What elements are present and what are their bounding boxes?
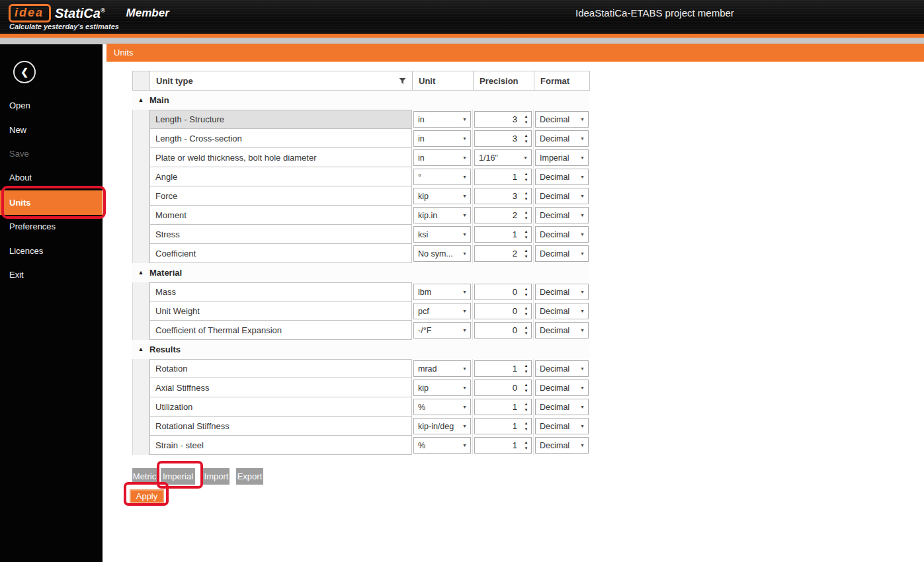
unit-type-cell[interactable]: Rotation — [149, 359, 412, 378]
format-dropdown[interactable]: Decimal▼ — [535, 322, 589, 339]
spinner-up-icon[interactable]: ▲ — [525, 325, 528, 329]
format-dropdown[interactable]: Decimal▼ — [535, 360, 589, 377]
precision-spinner[interactable]: 0▲▼ — [474, 380, 532, 396]
spinner-up-icon[interactable]: ▲ — [525, 249, 528, 253]
unit-dropdown[interactable]: kip▼ — [413, 188, 471, 204]
unit-dropdown[interactable]: °▼ — [413, 169, 471, 185]
spinner-up-icon[interactable]: ▲ — [525, 306, 528, 310]
spinner-down-icon[interactable]: ▼ — [525, 216, 528, 220]
precision-dropdown[interactable]: 1/16"▼ — [474, 149, 532, 166]
unit-dropdown[interactable]: ksi▼ — [413, 226, 471, 243]
unit-dropdown[interactable]: pcf▼ — [413, 303, 471, 319]
spinner-up-icon[interactable]: ▲ — [525, 402, 528, 406]
format-dropdown[interactable]: Decimal▼ — [535, 380, 589, 396]
apply-button[interactable]: Apply — [130, 489, 164, 503]
collapse-icon[interactable]: ▲ — [132, 263, 149, 282]
precision-spinner[interactable]: 0▲▼ — [474, 322, 532, 339]
spinner-down-icon[interactable]: ▼ — [525, 389, 528, 393]
unit-type-cell[interactable]: Utilization — [149, 397, 412, 417]
spinner-down-icon[interactable]: ▼ — [525, 408, 528, 412]
unit-dropdown[interactable]: kip-in/deg▼ — [413, 418, 471, 434]
collapse-icon[interactable]: ▲ — [132, 91, 149, 110]
format-dropdown[interactable]: Decimal▼ — [535, 130, 589, 147]
sidebar-item-licences[interactable]: Licences — [9, 245, 95, 258]
unit-type-cell[interactable]: Plate or weld thickness, bolt hole diame… — [149, 148, 412, 167]
format-dropdown[interactable]: Decimal▼ — [535, 418, 589, 434]
spinner-up-icon[interactable]: ▲ — [525, 134, 528, 138]
precision-spinner[interactable]: 3▲▼ — [474, 111, 532, 128]
precision-spinner[interactable]: 1▲▼ — [474, 360, 532, 377]
spinner-up-icon[interactable]: ▲ — [525, 287, 528, 291]
unit-type-cell[interactable]: Length - Structure — [149, 110, 412, 129]
format-dropdown[interactable]: Decimal▼ — [535, 169, 589, 185]
precision-spinner[interactable]: 1▲▼ — [474, 399, 532, 415]
spinner-up-icon[interactable]: ▲ — [525, 364, 528, 368]
precision-spinner[interactable]: 0▲▼ — [474, 303, 532, 319]
sidebar-item-exit[interactable]: Exit — [9, 268, 95, 282]
format-dropdown[interactable]: Decimal▼ — [535, 245, 589, 262]
sidebar-item-preferences[interactable]: Preferences — [9, 220, 95, 233]
precision-spinner[interactable]: 2▲▼ — [474, 245, 532, 262]
unit-dropdown[interactable]: kip.in▼ — [413, 207, 471, 223]
spinner-down-icon[interactable]: ▼ — [525, 446, 528, 450]
spinner-down-icon[interactable]: ▼ — [525, 331, 528, 335]
unit-dropdown[interactable]: in▼ — [413, 130, 471, 147]
spinner-up-icon[interactable]: ▲ — [525, 383, 528, 387]
unit-dropdown[interactable]: No sym...▼ — [413, 245, 471, 262]
spinner-down-icon[interactable]: ▼ — [525, 427, 528, 431]
unit-type-cell[interactable]: Force — [149, 186, 412, 206]
spinner-up-icon[interactable]: ▲ — [525, 229, 528, 233]
unit-type-cell[interactable]: Coefficient of Thermal Expansion — [149, 321, 412, 340]
unit-dropdown[interactable]: -/°F▼ — [413, 322, 471, 339]
unit-dropdown[interactable]: kip▼ — [413, 380, 471, 396]
import-button[interactable]: Import — [203, 468, 230, 485]
precision-spinner[interactable]: 1▲▼ — [474, 226, 532, 243]
spinner-down-icon[interactable]: ▼ — [525, 370, 528, 374]
precision-spinner[interactable]: 0▲▼ — [474, 284, 532, 300]
format-dropdown[interactable]: Decimal▼ — [535, 303, 589, 319]
collapse-icon[interactable]: ▲ — [132, 340, 149, 359]
format-dropdown[interactable]: Imperial▼ — [535, 149, 589, 166]
export-button[interactable]: Export — [236, 468, 263, 485]
unit-type-cell[interactable]: Angle — [149, 167, 412, 186]
sidebar-item-about[interactable]: About — [9, 171, 95, 184]
spinner-up-icon[interactable]: ▲ — [525, 114, 528, 118]
spinner-up-icon[interactable]: ▲ — [525, 191, 528, 195]
spinner-up-icon[interactable]: ▲ — [525, 440, 528, 444]
metric-button[interactable]: Metric — [132, 468, 157, 485]
spinner-down-icon[interactable]: ▼ — [525, 235, 528, 239]
imperial-button[interactable]: Imperial — [161, 468, 195, 485]
precision-spinner[interactable]: 1▲▼ — [474, 169, 532, 185]
unit-dropdown[interactable]: in▼ — [413, 149, 471, 166]
precision-spinner[interactable]: 1▲▼ — [474, 437, 532, 454]
format-dropdown[interactable]: Decimal▼ — [535, 207, 589, 223]
spinner-down-icon[interactable]: ▼ — [525, 178, 528, 182]
spinner-up-icon[interactable]: ▲ — [525, 210, 528, 214]
precision-spinner[interactable]: 3▲▼ — [474, 130, 532, 147]
spinner-down-icon[interactable]: ▼ — [525, 312, 528, 316]
format-dropdown[interactable]: Decimal▼ — [535, 226, 589, 243]
format-dropdown[interactable]: Decimal▼ — [535, 111, 589, 128]
unit-type-cell[interactable]: Length - Cross-section — [149, 129, 412, 148]
spinner-down-icon[interactable]: ▼ — [525, 120, 528, 124]
unit-type-cell[interactable]: Stress — [149, 225, 412, 244]
precision-spinner[interactable]: 3▲▼ — [474, 188, 532, 204]
spinner-down-icon[interactable]: ▼ — [525, 293, 528, 297]
unit-type-cell[interactable]: Moment — [149, 206, 412, 225]
unit-type-cell[interactable]: Unit Weight — [149, 301, 412, 321]
unit-dropdown[interactable]: %▼ — [413, 437, 471, 454]
spinner-down-icon[interactable]: ▼ — [525, 255, 528, 259]
precision-spinner[interactable]: 1▲▼ — [474, 418, 532, 434]
sidebar-item-units[interactable]: Units — [0, 190, 103, 215]
unit-type-cell[interactable]: Coefficient — [149, 244, 412, 263]
unit-dropdown[interactable]: mrad▼ — [413, 360, 471, 377]
format-dropdown[interactable]: Decimal▼ — [535, 188, 589, 204]
spinner-down-icon[interactable]: ▼ — [525, 140, 528, 143]
unit-dropdown[interactable]: in▼ — [413, 111, 471, 128]
back-button[interactable]: ❮ — [13, 61, 36, 83]
unit-type-cell[interactable]: Axial Stiffness — [149, 378, 412, 397]
unit-dropdown[interactable]: lbm▼ — [413, 284, 471, 300]
filter-icon[interactable] — [399, 77, 406, 85]
unit-type-cell[interactable]: Mass — [149, 282, 412, 301]
unit-type-cell[interactable]: Rotational Stiffness — [149, 417, 412, 436]
